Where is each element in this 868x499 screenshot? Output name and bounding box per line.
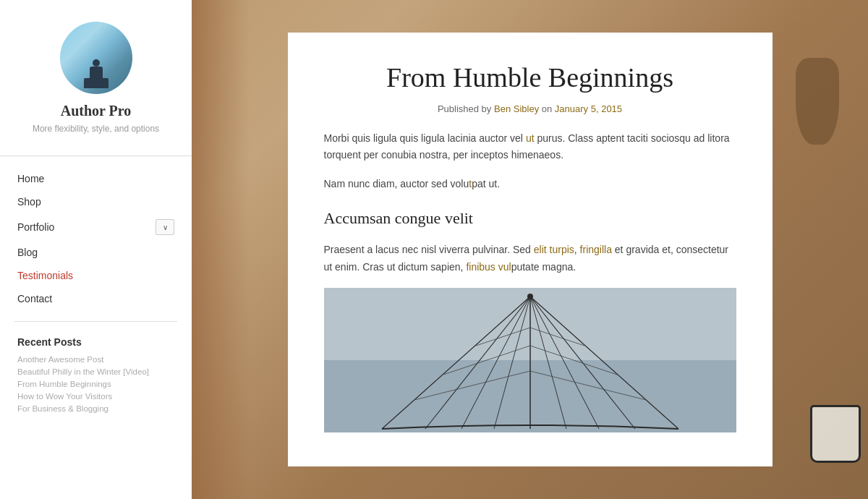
post-paragraph-2: Nam nunc diam, auctor sed volutpat ut.	[324, 176, 736, 193]
meta-date-link[interactable]: January 5, 2015	[555, 103, 622, 114]
nav-label-testimonials: Testimonials	[17, 270, 73, 281]
nav-label-contact: Contact	[17, 293, 52, 304]
nav-item-contact[interactable]: Contact	[0, 287, 192, 310]
sidebar-divider-section	[14, 321, 177, 322]
highlight-elit: elit turpis	[534, 244, 574, 255]
nav-label-portfolio: Portfolio	[17, 221, 54, 233]
recent-post-3[interactable]: From Humble Beginnings	[17, 380, 174, 388]
post-image	[324, 288, 736, 432]
sidebar-header: Author Pro More flexibility, style, and …	[0, 0, 192, 148]
nav-item-shop[interactable]: Shop	[0, 190, 192, 213]
meta-published-label: Published by	[438, 103, 491, 114]
meta-on-label: on	[542, 103, 555, 114]
sidebar: Author Pro More flexibility, style, and …	[0, 0, 192, 499]
svg-point-17	[527, 294, 533, 299]
post-paragraph-1: Morbi quis ligula quis ligula lacinia au…	[324, 130, 736, 165]
site-title: Author Pro	[61, 103, 132, 119]
recent-post-1[interactable]: Another Awesome Post	[17, 355, 174, 364]
highlight-ut: ut	[526, 132, 535, 144]
post-subheading: Accumsan congue velit	[324, 205, 736, 231]
meta-author-link[interactable]: Ben Sibley	[494, 103, 539, 114]
recent-post-2[interactable]: Beautiful Philly in the Winter [Video]	[17, 367, 174, 376]
nav-item-blog[interactable]: Blog	[0, 241, 192, 264]
background-blur-left	[192, 0, 250, 499]
nav-label-home: Home	[17, 173, 44, 184]
nav-item-testimonials[interactable]: Testimonials	[0, 264, 192, 287]
ship-illustration	[324, 288, 736, 432]
post-body: Morbi quis ligula quis ligula lacinia au…	[324, 130, 736, 432]
main-area: From Humble Beginnings Published by Ben …	[192, 0, 868, 499]
recent-posts-title: Recent Posts	[17, 336, 174, 348]
site-subtitle: More flexibility, style, and options	[33, 124, 159, 134]
avatar-figure	[90, 67, 103, 88]
highlight-finibus: finibus vul	[466, 261, 511, 273]
post-meta: Published by Ben Sibley on January 5, 20…	[324, 103, 736, 114]
recent-post-5[interactable]: For Business & Blogging	[17, 404, 174, 413]
post-title: From Humble Beginnings	[324, 61, 736, 95]
highlight-t: t	[469, 178, 472, 189]
portfolio-dropdown-button[interactable]: ∨	[156, 219, 174, 235]
recent-posts-section: Recent Posts Another Awesome Post Beauti…	[0, 329, 192, 424]
highlight-fringilla: fringilla	[580, 244, 612, 255]
nav-label-shop: Shop	[17, 196, 41, 208]
post-paragraph-3: Praesent a lacus nec nisl viverra pulvin…	[324, 242, 736, 276]
nav-menu: Home Shop Portfolio ∨ Blog Testimonials …	[0, 163, 192, 314]
content-card: From Humble Beginnings Published by Ben …	[288, 33, 773, 466]
sidebar-divider-top	[0, 155, 192, 156]
recent-post-4[interactable]: How to Wow Your Visitors	[17, 392, 174, 401]
chevron-down-icon: ∨	[163, 223, 168, 231]
nav-item-home[interactable]: Home	[0, 167, 192, 190]
nav-item-portfolio[interactable]: Portfolio ∨	[0, 213, 192, 241]
nav-label-blog: Blog	[17, 247, 38, 258]
avatar	[60, 22, 132, 94]
